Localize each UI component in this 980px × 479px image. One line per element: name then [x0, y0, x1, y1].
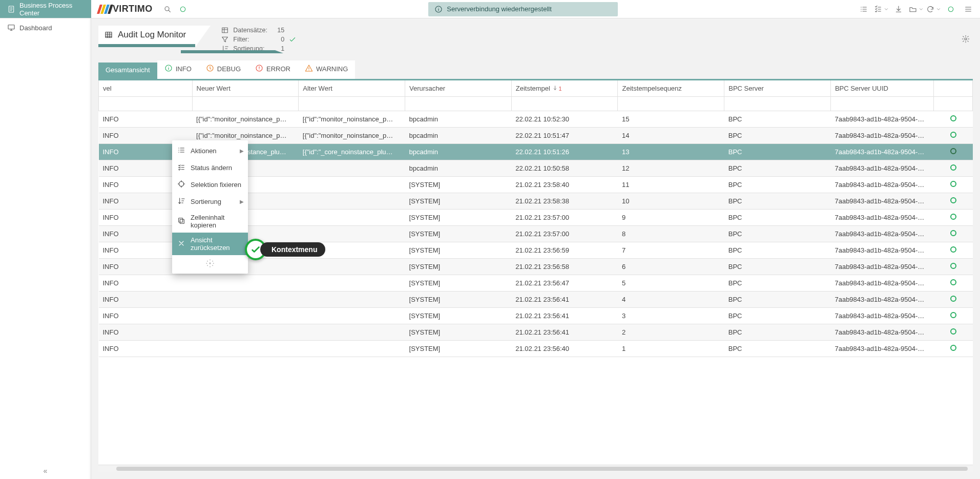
brand-logo-bars: [98, 5, 112, 14]
download-button[interactable]: [891, 0, 906, 18]
context-menu-item[interactable]: Selektion fixieren: [172, 176, 248, 193]
alert-banner[interactable]: Serververbindung wiederhergestellt: [428, 2, 618, 16]
status-cell: [934, 144, 973, 160]
column-header[interactable]: BPC Server UUID: [830, 80, 933, 97]
status-indicator[interactable]: [943, 0, 958, 18]
tab-warning[interactable]: WARNING: [298, 60, 355, 79]
table-row[interactable]: INFO[SYSTEM]21.02.21 23:56:414BPC7aab984…: [99, 291, 973, 308]
column-header[interactable]: Zeitstempel 1: [511, 80, 618, 97]
cell: 21.02.21 23:56:58: [511, 259, 618, 275]
cell: [SYSTEM]: [405, 210, 512, 226]
horizontal-scrollbar[interactable]: [98, 465, 973, 472]
folder-button[interactable]: [908, 0, 924, 18]
column-filter-cell[interactable]: [99, 97, 193, 111]
context-menu-item[interactable]: Sortierung▶: [172, 193, 248, 210]
menu-button[interactable]: [961, 0, 976, 18]
context-menu-item[interactable]: Status ändern: [172, 159, 248, 176]
checklist-button[interactable]: [873, 0, 889, 18]
gear-icon: [962, 35, 970, 43]
cell: INFO: [99, 324, 193, 341]
table-row[interactable]: INFO[SYSTEM]21.02.21 23:56:413BPC7aab984…: [99, 308, 973, 324]
refresh-button[interactable]: [926, 0, 941, 18]
cell: [{"id":"monitor_noinstance_p…: [299, 128, 405, 144]
status-dot-icon: [950, 296, 956, 302]
column-filter-cell[interactable]: [405, 97, 512, 111]
cell: 22.02.21 10:51:47: [511, 128, 618, 144]
cell: BPC: [724, 111, 831, 128]
svg-point-2: [180, 7, 185, 11]
cell: [299, 160, 405, 177]
column-header[interactable]: vel: [99, 80, 193, 97]
column-header[interactable]: Zeitstempelsequenz: [618, 80, 724, 97]
tab-info[interactable]: INFO: [157, 60, 199, 79]
context-menu-item[interactable]: Aktionen▶: [172, 142, 248, 159]
search-button[interactable]: [160, 0, 175, 18]
table-row[interactable]: INFO[SYSTEM]21.02.21 23:56:475BPC7aab984…: [99, 275, 973, 291]
cell: 7aab9843-ad1b-482a-9504-…: [830, 210, 933, 226]
scrollbar-thumb[interactable]: [116, 467, 968, 471]
table-row[interactable]: INFO[{"id":"monitor_noinstance_p…[{"id":…: [99, 111, 973, 128]
cell: [299, 259, 405, 275]
context-menu-item[interactable]: Ansicht zurücksetzen: [172, 233, 248, 255]
cell: 7aab9843-ad1b-482a-9504-…: [830, 242, 933, 259]
status-cell: [934, 275, 973, 291]
status-cell: [934, 226, 973, 242]
status-dot-icon: [950, 148, 956, 154]
column-filter-cell[interactable]: [192, 97, 299, 111]
cell: [SYSTEM]: [405, 275, 512, 291]
checklist-icon: [177, 163, 185, 173]
cell: [299, 275, 405, 291]
column-label: Verursacher: [409, 85, 445, 92]
svg-point-4: [948, 7, 953, 11]
filter-icon: [221, 35, 229, 44]
action-list-button[interactable]: [856, 0, 871, 18]
svg-rect-14: [179, 218, 183, 222]
tab-error[interactable]: ERROR: [248, 60, 298, 79]
column-filter-cell[interactable]: [934, 97, 973, 111]
status-dot-icon: [950, 132, 956, 138]
brand-text: VIRTIMO: [113, 4, 153, 14]
svg-point-18: [213, 263, 214, 264]
svg-rect-5: [8, 25, 14, 29]
chevron-down-icon: [919, 7, 924, 12]
cell: BPC: [724, 324, 831, 341]
chevron-down-icon: [936, 7, 941, 12]
column-header[interactable]: Verursacher: [405, 80, 512, 97]
table-row[interactable]: INFO[SYSTEM]21.02.21 23:56:412BPC7aab984…: [99, 324, 973, 341]
sidebar-item-dashboard[interactable]: Dashboard: [0, 18, 91, 37]
tab-gesamtansicht[interactable]: Gesamtansicht: [98, 63, 157, 79]
settings-button[interactable]: [958, 32, 973, 48]
cell: [299, 177, 405, 193]
cell: [SYSTEM]: [405, 291, 512, 308]
app-badge[interactable]: Business Process Center: [0, 0, 91, 18]
column-header[interactable]: Alter Wert: [299, 80, 405, 97]
page-title-card: Audit Log Monitor: [98, 26, 195, 47]
column-header[interactable]: Neuer Wert: [192, 80, 299, 97]
column-filter-cell[interactable]: [618, 97, 724, 111]
column-filter-cell[interactable]: [511, 97, 618, 111]
column-header[interactable]: BPC Server: [724, 80, 831, 97]
cell: 21.02.21 23:56:47: [511, 275, 618, 291]
context-menu-item-label: Selektion fixieren: [191, 181, 241, 189]
context-menu-item[interactable]: Zelleninhalt kopieren: [172, 210, 248, 233]
cell: [{"id":"_core_noinstance_plu…: [299, 144, 405, 160]
column-filter-cell[interactable]: [830, 97, 933, 111]
brand-logo: VIRTIMO: [98, 4, 153, 14]
column-header[interactable]: [934, 80, 973, 97]
tab-debug[interactable]: DEBUG: [199, 60, 248, 79]
cell: 22.02.21 10:50:58: [511, 160, 618, 177]
column-filter-cell[interactable]: [299, 97, 405, 111]
context-menu: Aktionen▶Status ändernSelektion fixieren…: [172, 140, 248, 274]
status-dot-icon: [950, 345, 956, 351]
cell: bpcadmin: [405, 128, 512, 144]
cell: BPC: [724, 160, 831, 177]
context-menu-spinner: [172, 255, 248, 269]
tab-label: ERROR: [266, 65, 290, 73]
svg-point-8: [965, 38, 967, 40]
connection-status-button[interactable]: [175, 0, 191, 18]
table-row[interactable]: INFO[SYSTEM]21.02.21 23:56:401BPC7aab984…: [99, 341, 973, 357]
cell: 7aab9843-ad1b-482a-9504-…: [830, 275, 933, 291]
column-filter-cell[interactable]: [724, 97, 831, 111]
svg-point-15: [209, 262, 211, 264]
sidebar-collapse-handle[interactable]: «: [0, 463, 91, 479]
